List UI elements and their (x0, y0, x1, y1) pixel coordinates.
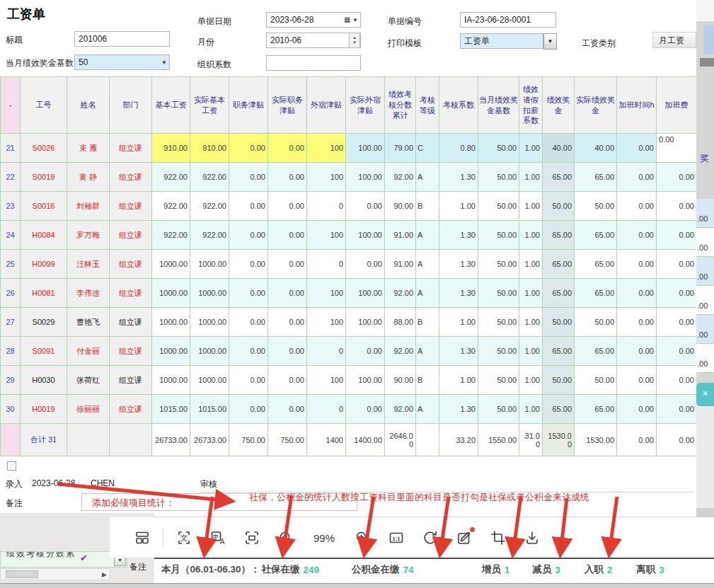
row-number[interactable]: 24 (1, 221, 21, 250)
col-header-duty_allowance[interactable]: 职务津贴 (229, 77, 268, 134)
total-leave_deduct_coef[interactable]: 31.00 (519, 424, 543, 456)
cell-emp_id[interactable]: H0019 (21, 395, 67, 424)
col-header-actual_duty_allowance[interactable]: 实际职务津贴 (268, 77, 307, 134)
cell-dept[interactable]: 组立课 (110, 308, 152, 337)
horizontal-scrollbar[interactable]: ▶ (0, 568, 110, 580)
cell-perf_bonus[interactable]: 65.00 (543, 337, 575, 366)
cell-assess_coef[interactable]: 1.30 (439, 221, 478, 250)
cell-actual_base_salary[interactable]: 1015.00 (190, 395, 229, 424)
cell-actual_perf_bonus[interactable]: 50.00 (575, 366, 617, 395)
cell-overtime_pay[interactable]: 0.00 (657, 134, 697, 163)
cell-perf_bonus[interactable]: 65.00 (543, 163, 575, 192)
scrollbar-thumb[interactable] (6, 570, 38, 578)
cell-month_bonus_base[interactable]: 50.00 (478, 366, 519, 395)
calendar-icon[interactable]: ▦ (344, 16, 350, 23)
col-header-perf_bonus[interactable]: 绩效奖金 (543, 77, 575, 134)
row-number[interactable]: 27 (1, 308, 21, 337)
col-header-leave_deduct_coef[interactable]: 绩效请假扣薪系数 (519, 77, 543, 134)
dropdown-button[interactable]: ▼ (543, 33, 557, 50)
cell-duty_allowance[interactable]: 0.00 (229, 395, 268, 424)
cell-grade[interactable]: A (416, 395, 439, 424)
title-input[interactable] (74, 31, 170, 47)
cell-duty_allowance[interactable]: 0.00 (229, 221, 268, 250)
cell-name[interactable]: 李伟连 (67, 279, 110, 308)
print-template-combo[interactable] (460, 33, 543, 49)
cell-base_salary[interactable]: 922.00 (152, 192, 190, 221)
cell-dept[interactable]: 组立课 (110, 163, 152, 192)
total-actual_perf_bonus[interactable]: 1530.00 (575, 424, 617, 456)
close-icon[interactable]: × (696, 383, 714, 406)
cell-actual_duty_allowance[interactable]: 0.00 (268, 221, 307, 250)
cell-actual_lodging_allowance[interactable]: 0.00 (346, 337, 385, 366)
cell-name[interactable]: 黄 静 (67, 163, 110, 192)
cell-lodging_allowance[interactable]: 0 (307, 192, 346, 221)
row-number[interactable]: 25 (1, 250, 21, 279)
total-overtime_hours[interactable]: 0.00 (617, 424, 657, 456)
cell-month_bonus_base[interactable]: 50.00 (478, 279, 519, 308)
cell-perf_score_total[interactable]: 92.00 (385, 163, 416, 192)
cell-assess_coef[interactable]: 0.80 (439, 134, 478, 163)
col-header-base_salary[interactable]: 基本工资 (152, 77, 190, 134)
cell-assess_coef[interactable]: 1.30 (439, 395, 478, 424)
cell-actual_duty_allowance[interactable]: 0.00 (268, 337, 307, 366)
cell-actual_duty_allowance[interactable]: 0.00 (268, 308, 307, 337)
cell-name[interactable]: 汪林玉 (67, 250, 110, 279)
cell-emp_id[interactable]: S0026 (21, 134, 67, 163)
cell-assess_coef[interactable]: 1.30 (439, 163, 478, 192)
cell-lodging_allowance[interactable]: 0 (307, 337, 346, 366)
totals-row-marker[interactable] (1, 424, 21, 456)
cell-lodging_allowance[interactable]: 100 (307, 366, 346, 395)
cell-base_salary[interactable]: 1000.00 (152, 250, 190, 279)
cell-actual_perf_bonus[interactable]: 65.00 (575, 163, 617, 192)
cell-actual_base_salary[interactable]: 1000.00 (190, 337, 229, 366)
cell-dept[interactable]: 组立课 (110, 192, 152, 221)
layout-grid-icon[interactable] (133, 529, 151, 547)
col-header-name[interactable]: 姓名 (67, 77, 110, 134)
cell-overtime_hours[interactable]: 0.00 (617, 366, 657, 395)
cell-overtime_pay[interactable]: 0.00 (657, 308, 697, 337)
cell-base_salary[interactable]: 1000.00 (152, 366, 190, 395)
cell-leave_deduct_coef[interactable]: 1.00 (519, 221, 543, 250)
cell-emp_id[interactable]: S0019 (21, 163, 67, 192)
row-number[interactable]: 29 (1, 366, 21, 395)
cell-base_salary[interactable]: 910.00 (152, 134, 190, 163)
cell-overtime_pay[interactable]: 0.00 (657, 366, 697, 395)
col-header-perf_score_total[interactable]: 绩效考核分数累计 (385, 77, 416, 134)
cell-actual_lodging_allowance[interactable]: 0.00 (346, 250, 385, 279)
col-header-actual_perf_bonus[interactable]: 实际绩效奖金 (575, 77, 617, 134)
cell-grade[interactable]: B (416, 308, 439, 337)
cell-grade[interactable]: A (416, 221, 439, 250)
cell-actual_perf_bonus[interactable]: 65.00 (575, 250, 617, 279)
cell-actual_lodging_allowance[interactable]: 100.00 (346, 279, 385, 308)
total-month_bonus_base[interactable]: 1550.00 (478, 424, 519, 456)
cell-grade[interactable]: A (416, 337, 439, 366)
ocr-text-icon[interactable]: 文 (175, 529, 193, 547)
cell-overtime_pay[interactable]: 0.00 (657, 250, 697, 279)
fit-screen-icon[interactable] (243, 529, 261, 547)
cell-actual_lodging_allowance[interactable]: 100.00 (346, 308, 385, 337)
cell-actual_base_salary[interactable]: 922.00 (190, 163, 229, 192)
cell-perf_score_total[interactable]: 91.00 (385, 250, 416, 279)
cell-actual_duty_allowance[interactable]: 0.00 (268, 250, 307, 279)
cell-perf_bonus[interactable]: 50.00 (543, 308, 575, 337)
cell-emp_id[interactable]: H0084 (21, 221, 67, 250)
cell-actual_base_salary[interactable]: 1000.00 (190, 366, 229, 395)
zoom-out-icon[interactable] (277, 529, 295, 547)
cell-grade[interactable]: A (416, 250, 439, 279)
cell-month_bonus_base[interactable]: 50.00 (478, 221, 519, 250)
cell-duty_allowance[interactable]: 0.00 (229, 337, 268, 366)
cell-leave_deduct_coef[interactable]: 1.00 (519, 395, 543, 424)
cell-name[interactable]: 曹艳飞 (67, 308, 110, 337)
cell-duty_allowance[interactable]: 0.00 (229, 366, 268, 395)
cell-base_salary[interactable]: 922.00 (152, 163, 190, 192)
cell-actual_base_salary[interactable]: 1000.00 (190, 250, 229, 279)
total-base_salary[interactable]: 26733.00 (152, 424, 190, 456)
cell-name[interactable]: 付金丽 (67, 337, 110, 366)
cell-actual_lodging_allowance[interactable]: 100.00 (346, 221, 385, 250)
cell-leave_deduct_coef[interactable]: 1.00 (519, 192, 543, 221)
col-header-lodging_allowance[interactable]: 外宿津贴 (307, 77, 346, 134)
cell-name[interactable]: 罗万梅 (67, 221, 110, 250)
total-perf_score_total[interactable]: 2646.00 (385, 424, 416, 456)
cell-dept[interactable]: 组立课 (110, 134, 152, 163)
cell-duty_allowance[interactable]: 0.00 (229, 163, 268, 192)
